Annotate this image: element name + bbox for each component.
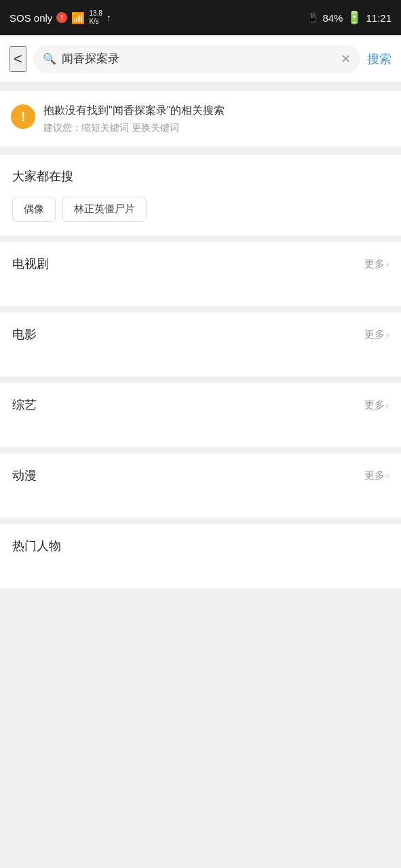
- tv-section-content: [12, 272, 389, 292]
- anime-section-header: 动漫 更多 ›: [12, 467, 389, 484]
- movie-section: 电影 更多 ›: [0, 313, 401, 376]
- upload-icon: ↑: [107, 12, 111, 23]
- variety-section-header: 综艺 更多 ›: [12, 397, 389, 413]
- tv-section: 电视剧 更多 ›: [0, 242, 401, 306]
- search-input-wrapper: 🔍 ✕: [33, 45, 360, 73]
- hot-people-section-title: 热门人物: [12, 538, 61, 554]
- sos-text: SOS only: [9, 12, 52, 24]
- movie-more-button[interactable]: 更多 ›: [364, 328, 389, 341]
- search-input[interactable]: [62, 52, 335, 66]
- variety-section-content: [12, 413, 389, 433]
- movie-section-content: [12, 342, 389, 363]
- status-left: SOS only ! 📶 13.8 K/s ↑: [9, 9, 111, 26]
- tag-container: 偶像 林正英僵尸片: [12, 197, 389, 222]
- hot-people-section-content: [12, 554, 389, 574]
- battery-icon: 🔋: [347, 10, 362, 25]
- popular-section: 大家都在搜 偶像 林正英僵尸片: [0, 155, 401, 235]
- tv-chevron-icon: ›: [386, 259, 389, 269]
- battery-percent: 84%: [322, 12, 343, 24]
- movie-section-header: 电影 更多 ›: [12, 326, 389, 342]
- popular-section-title: 大家都在搜: [12, 168, 73, 184]
- warning-icon: !: [11, 104, 35, 129]
- wifi-icon: 📶: [71, 12, 85, 24]
- tv-section-title: 电视剧: [12, 256, 49, 272]
- clock-time: 11:21: [366, 12, 392, 24]
- search-icon: 🔍: [43, 52, 56, 65]
- network-speed: 13.8 K/s: [89, 9, 102, 26]
- tv-more-button[interactable]: 更多 ›: [364, 258, 389, 271]
- phone-vibrate-icon: 📱: [307, 12, 318, 23]
- error-title: 抱歉没有找到"闻香探案录"的相关搜索: [43, 103, 225, 118]
- search-bar: < 🔍 ✕ 搜索: [0, 35, 401, 83]
- hot-people-section: 热门人物: [0, 524, 401, 588]
- variety-chevron-icon: ›: [386, 400, 389, 410]
- error-text-block: 抱歉没有找到"闻香探案录"的相关搜索 建议您：缩短关键词 更换关键词: [43, 103, 225, 134]
- error-suggestion: 建议您：缩短关键词 更换关键词: [43, 122, 225, 134]
- status-bar: SOS only ! 📶 13.8 K/s ↑ 📱 84% 🔋 11:21: [0, 0, 401, 35]
- movie-section-title: 电影: [12, 326, 37, 342]
- anime-chevron-icon: ›: [386, 471, 389, 481]
- anime-more-button[interactable]: 更多 ›: [364, 469, 389, 482]
- variety-more-button[interactable]: 更多 ›: [364, 399, 389, 412]
- anime-section-content: [12, 484, 389, 504]
- exclamation-icon: !: [56, 12, 67, 23]
- tag-chip-zombie[interactable]: 林正英僵尸片: [62, 197, 147, 222]
- tag-chip-idol[interactable]: 偶像: [12, 197, 56, 222]
- status-right: 📱 84% 🔋 11:21: [307, 10, 392, 25]
- popular-section-header: 大家都在搜: [12, 168, 389, 184]
- error-notice: ! 抱歉没有找到"闻香探案录"的相关搜索 建议您：缩短关键词 更换关键词: [0, 91, 401, 146]
- search-button[interactable]: 搜索: [367, 51, 392, 67]
- hot-people-section-header: 热门人物: [12, 538, 389, 554]
- variety-section-title: 综艺: [12, 397, 37, 413]
- movie-chevron-icon: ›: [386, 330, 389, 340]
- anime-section-title: 动漫: [12, 467, 37, 484]
- back-button[interactable]: <: [9, 46, 26, 72]
- anime-section: 动漫 更多 ›: [0, 454, 401, 517]
- variety-section: 综艺 更多 ›: [0, 383, 401, 447]
- tv-section-header: 电视剧 更多 ›: [12, 256, 389, 272]
- clear-button[interactable]: ✕: [341, 52, 351, 66]
